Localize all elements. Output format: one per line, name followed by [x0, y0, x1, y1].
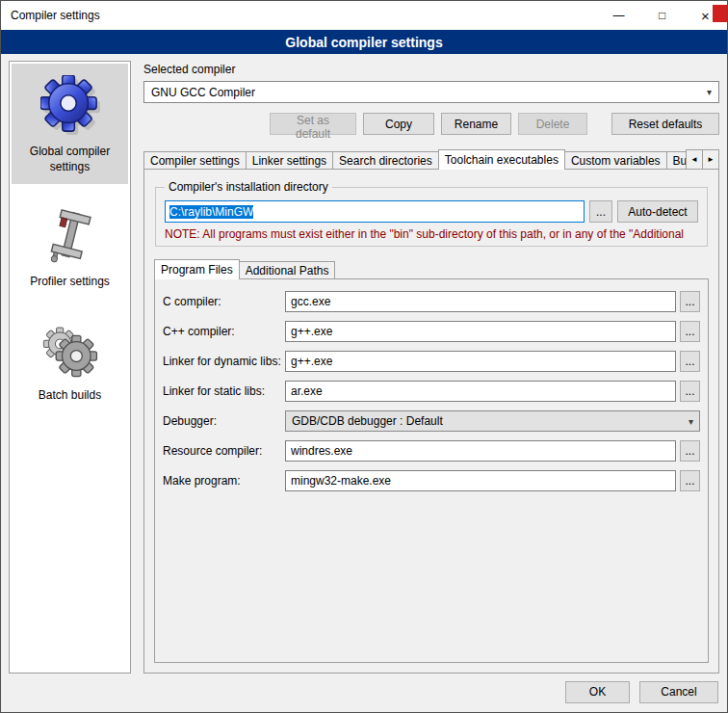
window-title: Compiler settings: [1, 9, 100, 22]
cpp-compiler-input[interactable]: [285, 321, 676, 342]
dialog-banner: Global compiler settings: [1, 30, 727, 54]
subtab-program-files[interactable]: Program Files: [154, 259, 240, 279]
sidebar-item-profiler-settings[interactable]: Profiler settings: [12, 198, 128, 300]
set-as-default-button[interactable]: Set as default: [270, 113, 356, 135]
content-area: Selected compiler GNU GCC Compiler ▾ Set…: [143, 61, 719, 673]
subtab-additional-paths[interactable]: Additional Paths: [239, 261, 336, 279]
bin-subdirectory-note: NOTE: All programs must exist either in …: [165, 227, 698, 241]
tab-scroll-buttons: ◄ ►: [687, 149, 719, 170]
reset-defaults-button[interactable]: Reset defaults: [611, 113, 719, 135]
table-row: Linker for dynamic libs: ...: [163, 351, 700, 372]
debugger-label: Debugger:: [163, 414, 285, 428]
program-files-tabstrip: Program Files Additional Paths: [154, 259, 709, 279]
compiler-select-value: GNU GCC Compiler: [151, 86, 255, 99]
static-linker-browse-button[interactable]: ...: [680, 381, 700, 402]
settings-tabstrip: Compiler settings Linker settings Search…: [143, 149, 719, 170]
install-dir-browse-button[interactable]: ...: [589, 200, 612, 223]
c-compiler-input[interactable]: [285, 291, 676, 312]
tab-linker-settings[interactable]: Linker settings: [246, 151, 333, 170]
tab-compiler-settings[interactable]: Compiler settings: [143, 151, 247, 170]
resource-compiler-browse-button[interactable]: ...: [680, 440, 700, 462]
dynamic-linker-label: Linker for dynamic libs:: [163, 355, 285, 368]
table-row: Make program: ...: [163, 470, 700, 491]
make-program-browse-button[interactable]: ...: [680, 470, 700, 491]
auto-detect-button[interactable]: Auto-detect: [617, 200, 698, 223]
installation-directory-groupbox: Compiler's installation directory C:\ray…: [155, 180, 708, 247]
debugger-select[interactable]: GDB/CDB debugger : Default ▾: [285, 410, 700, 432]
main-area: Global compiler settings Profiler settin…: [1, 54, 727, 677]
copy-button[interactable]: Copy: [363, 113, 434, 135]
tab-scroll-left-icon[interactable]: ◄: [686, 149, 703, 170]
dialog-footer: OK Cancel: [1, 677, 727, 712]
selected-compiler-label: Selected compiler: [143, 63, 719, 76]
sidebar-item-label: Profiler settings: [30, 275, 110, 290]
installation-directory-row: C:\raylib\MinGW ... Auto-detect: [165, 200, 698, 223]
table-row: C++ compiler: ...: [163, 321, 700, 342]
compiler-settings-window: Compiler settings — □ × Global compiler …: [0, 0, 728, 713]
compiler-button-row: Set as default Copy Rename Delete Reset …: [143, 113, 719, 135]
sidebar-item-global-compiler-settings[interactable]: Global compiler settings: [12, 64, 128, 184]
gray-gears-icon: [42, 325, 98, 379]
table-row: Resource compiler: ...: [163, 440, 700, 462]
resource-compiler-input[interactable]: [285, 440, 676, 462]
minimize-button[interactable]: —: [597, 1, 640, 30]
installation-directory-legend: Compiler's installation directory: [165, 180, 332, 194]
table-row: Debugger: GDB/CDB debugger : Default ▾: [163, 410, 700, 432]
sidebar-item-label: Batch builds: [39, 388, 101, 404]
red-corner-artifact: [713, 5, 727, 22]
profiler-clamp-icon: [44, 209, 96, 265]
static-linker-label: Linker for static libs:: [163, 384, 285, 398]
tab-scroll-right-icon[interactable]: ►: [702, 149, 719, 170]
install-dir-input[interactable]: C:\raylib\MinGW: [165, 200, 585, 223]
dynamic-linker-input[interactable]: [285, 351, 676, 372]
sidebar-item-label: Global compiler settings: [14, 145, 125, 174]
c-compiler-label: C compiler:: [163, 295, 285, 308]
debugger-select-value: GDB/CDB debugger : Default: [292, 414, 443, 428]
settings-category-sidebar: Global compiler settings Profiler settin…: [9, 61, 131, 673]
compiler-select[interactable]: GNU GCC Compiler ▾: [143, 81, 719, 103]
titlebar: Compiler settings — □ ×: [1, 1, 727, 30]
make-program-input[interactable]: [285, 470, 676, 491]
chevron-down-icon: ▾: [689, 416, 693, 427]
window-controls: — □ ×: [597, 1, 727, 30]
tab-search-directories[interactable]: Search directories: [332, 151, 439, 170]
table-row: Linker for static libs: ...: [163, 381, 700, 402]
program-files-panel: C compiler: ... C++ compiler: ... Linker…: [154, 278, 709, 663]
ok-button[interactable]: OK: [565, 681, 630, 703]
toolchain-executables-panel: Compiler's installation directory C:\ray…: [143, 169, 719, 673]
delete-button[interactable]: Delete: [518, 113, 587, 135]
tab-custom-variables[interactable]: Custom variables: [564, 151, 667, 170]
banner-title: Global compiler settings: [285, 35, 442, 50]
chevron-down-icon: ▾: [707, 87, 712, 97]
install-dir-selected-text: C:\raylib\MinGW: [169, 205, 253, 219]
blue-gear-icon: [40, 75, 100, 135]
c-compiler-browse-button[interactable]: ...: [680, 291, 700, 312]
resource-compiler-label: Resource compiler:: [163, 444, 285, 458]
cancel-button[interactable]: Cancel: [639, 681, 718, 703]
sidebar-item-batch-builds[interactable]: Batch builds: [12, 313, 128, 413]
maximize-button[interactable]: □: [640, 1, 684, 30]
static-linker-input[interactable]: [285, 381, 676, 402]
rename-button[interactable]: Rename: [441, 113, 511, 135]
cpp-compiler-browse-button[interactable]: ...: [680, 321, 700, 342]
tab-toolchain-executables[interactable]: Toolchain executables: [438, 149, 565, 170]
dynamic-linker-browse-button[interactable]: ...: [680, 351, 700, 372]
table-row: C compiler: ...: [163, 291, 700, 312]
cpp-compiler-label: C++ compiler:: [163, 325, 285, 338]
make-program-label: Make program:: [163, 474, 285, 488]
